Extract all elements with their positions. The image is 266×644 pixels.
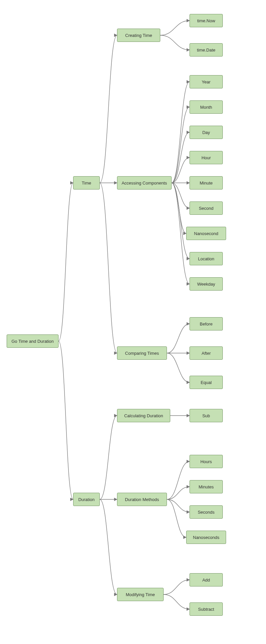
node-second: Second [190,201,223,215]
node-subtract: Subtract [190,602,223,616]
node-time: Time [73,176,100,190]
edge-duration-modtime [100,499,117,594]
edge-duration-calcdur [100,416,117,499]
node-root: Go Time and Duration [7,334,59,348]
node-comparing: Comparing Times [117,346,167,360]
edge-durmethods-minutes [167,487,190,499]
edge-durmethods-hours [167,461,190,499]
edge-creating-time_now [160,21,190,35]
edge-accessing-nanosecond [172,183,186,233]
edge-layer [0,0,266,644]
node-location: Location [190,252,223,265]
node-before: Before [190,317,223,330]
node-hours: Hours [190,455,223,468]
node-durmethods: Duration Methods [117,493,167,506]
node-calcdur: Calculating Duration [117,409,170,422]
node-hour: Hour [190,151,223,164]
diagram-canvas: Go Time and DurationTimeDurationCreating… [0,0,266,644]
node-duration: Duration [73,493,100,506]
edge-accessing-month [172,107,190,183]
node-accessing: Accessing Components [117,176,172,190]
edge-root-time [59,183,73,341]
edge-comparing-equal [167,353,190,382]
node-nanosecond: Nanosecond [186,227,226,240]
node-time_date: time.Date [190,43,223,57]
edge-accessing-second [172,183,190,208]
node-time_now: time.Now [190,14,223,27]
node-nanoseconds: Nanoseconds [186,531,226,544]
edge-modtime-subtract [164,594,190,609]
edge-time-creating [100,35,117,183]
edge-accessing-location [172,183,190,259]
edge-comparing-before [167,324,190,353]
edge-accessing-hour [172,158,190,183]
edge-accessing-day [172,132,190,183]
edge-creating-time_date [160,35,190,50]
node-after: After [190,346,223,360]
node-sub: Sub [190,409,223,422]
edge-durmethods-nanoseconds [167,499,186,537]
node-add: Add [190,573,223,586]
node-weekday: Weekday [190,277,223,291]
edge-durmethods-seconds [167,499,190,512]
edge-time-comparing [100,183,117,353]
node-day: Day [190,126,223,139]
node-minute: Minute [190,176,223,190]
edge-modtime-add [164,580,190,594]
node-year: Year [190,75,223,88]
node-modtime: Modifying Time [117,588,164,601]
edge-accessing-year [172,82,190,183]
edge-root-duration [59,341,73,499]
node-month: Month [190,100,223,114]
node-seconds: Seconds [190,505,223,519]
node-minutes: Minutes [190,480,223,493]
node-creating: Creating Time [117,29,160,42]
node-equal: Equal [190,376,223,389]
